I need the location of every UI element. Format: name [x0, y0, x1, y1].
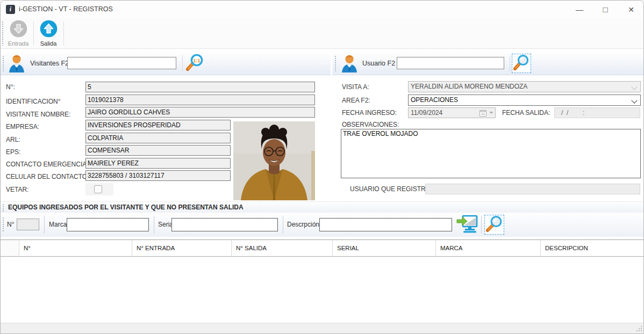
usuario-search-panel: Usuario F2 [332, 52, 644, 75]
area-combobox[interactable]: OPERACIONES [408, 95, 641, 106]
dropdown-arrow-icon [489, 112, 493, 114]
celular-contacto-field: 3228755803 / 3103127117 [85, 170, 231, 181]
visita-a-value: YERALDIN ALIDA MORENO MENDOZA [411, 83, 527, 90]
identificacion-label: IDENTIFICACION° [6, 96, 60, 107]
search-usuario-button[interactable] [512, 54, 531, 73]
visitantes-search-input[interactable] [67, 57, 176, 69]
agregar-equipo-button[interactable] [456, 215, 478, 235]
empresa-field: INVERSIONES PROSPERIDAD [85, 120, 231, 130]
toolstrip-grip[interactable] [334, 55, 337, 71]
entrada-label: Entrada [8, 40, 29, 47]
grid-col-salida[interactable]: N° SALIDA [232, 240, 333, 256]
grid-col-selector[interactable] [1, 240, 19, 256]
eps-field: COMPENSAR [85, 145, 231, 156]
grid-col-numero[interactable]: N° [19, 240, 132, 256]
vetar-checkbox[interactable] [94, 185, 102, 193]
celular-contacto-label: CELULAR DEL CONTACTO: [6, 171, 89, 182]
toolstrip-grip[interactable] [2, 204, 4, 212]
separator [283, 216, 283, 234]
eps-label: EPS: [6, 147, 20, 157]
arl-label: ARL: [6, 134, 20, 145]
fecha-ingreso-datepicker[interactable]: 11/09/2024 [408, 107, 496, 118]
equipo-descripcion-input[interactable] [319, 218, 452, 231]
separator [63, 21, 64, 45]
visitantes-search-panel: Visitantes F2 1:1 [1, 52, 331, 75]
arl-field: COLPATRIA [85, 133, 231, 143]
equipos-section-title: EQUIPOS INGRESADOS POR EL VISITANTE Y QU… [8, 202, 244, 213]
area-value: OPERACIONES [411, 96, 458, 104]
separator [44, 216, 45, 234]
grid-col-entrada[interactable]: N° ENTRADA [132, 240, 232, 256]
equipo-descripcion-label: Descrpción [287, 213, 319, 237]
separator [154, 216, 154, 234]
entrada-button[interactable]: Entrada [5, 20, 32, 47]
toolstrip-grip[interactable] [2, 217, 4, 233]
visitor-person-icon [7, 54, 26, 75]
separator [481, 216, 482, 234]
magnifier-icon [485, 215, 503, 234]
equipo-marca-label: Marca [49, 213, 67, 237]
chevron-down-icon [631, 97, 637, 103]
title-bar: i i-GESTION - VT - REGISTROS — □ ✕ [1, 1, 643, 19]
maximize-button[interactable]: □ [597, 1, 613, 18]
nombre-label: VISITANTE NOMBRE: [6, 109, 70, 120]
empresa-label: EMPRESA: [6, 121, 39, 132]
fecha-salida-field: / / : [554, 107, 640, 118]
visita-a-combobox[interactable]: YERALDIN ALIDA MORENO MENDOZA [408, 81, 641, 92]
identificacion-field: 1019021378 [85, 95, 315, 105]
area-label: AREA F2: [342, 95, 370, 106]
observaciones-label: OBSERVACIONES: [342, 119, 399, 130]
salida-button[interactable]: Salida [35, 20, 62, 47]
usuario-search-input[interactable] [397, 57, 504, 69]
resize-grip[interactable] [635, 325, 643, 334]
calendar-icon [480, 110, 486, 119]
fecha-ingreso-label: FECHA INGRESO: [342, 107, 397, 118]
status-bar [1, 323, 643, 334]
toolstrip-grip[interactable] [2, 21, 4, 46]
monitor-green-arrow-icon [456, 214, 478, 236]
grid-col-descripcion[interactable]: DESCRIPCION [541, 240, 644, 256]
numero-label: N°: [6, 82, 15, 92]
grid-col-serial[interactable]: SERIAL [333, 240, 436, 256]
visita-a-label: VISITA A: [342, 82, 369, 92]
chevron-down-icon [631, 84, 637, 90]
grid-col-marca[interactable]: MARCA [436, 240, 541, 256]
observaciones-textarea[interactable]: TRAE OVEROL MOJADO [341, 129, 641, 178]
contacto-emergencia-label: CONTACTO EMERGENCIA: [6, 159, 89, 170]
usuario-label: Usuario F2 [362, 52, 395, 75]
fecha-ingreso-value: 11/09/2024 [411, 109, 442, 117]
equipos-grid-body[interactable] [1, 257, 643, 323]
magnifier-icon [513, 54, 530, 72]
nombre-field: JAIRO GORDILLO CAHVES [85, 107, 315, 118]
equipo-numero-input[interactable] [17, 219, 39, 230]
close-button[interactable]: ✕ [623, 1, 639, 18]
separator [182, 55, 183, 71]
search-1to1-button[interactable]: 1:1 [184, 54, 206, 73]
window-title: i-GESTION - VT - REGISTROS [19, 1, 113, 18]
salida-label: Salida [40, 40, 57, 47]
svg-text:1:1: 1:1 [193, 58, 200, 63]
toolstrip-grip[interactable] [2, 55, 4, 71]
equipo-marca-input[interactable] [67, 218, 149, 231]
app-window: i i-GESTION - VT - REGISTROS — □ ✕ Entra… [0, 0, 644, 334]
magnifier-1to1-icon: 1:1 [185, 53, 205, 74]
main-toolbar: Entrada Salida [1, 18, 643, 49]
visitor-photo [233, 121, 315, 200]
separator [33, 21, 34, 45]
vetar-checkbox-panel [85, 183, 113, 195]
visitantes-label: Visitantes F2 [30, 52, 69, 75]
equipos-section-header: EQUIPOS INGRESADOS POR EL VISITANTE Y QU… [1, 201, 643, 213]
app-icon: i [6, 5, 15, 14]
equipos-toolbar: N° Marca Serial Descrpción [1, 213, 643, 237]
entrada-arrow-down-icon [10, 20, 27, 40]
salida-arrow-up-icon [40, 20, 58, 40]
fecha-salida-label: FECHA SALIDA: [502, 107, 550, 118]
equipo-numero-label: N° [7, 213, 14, 237]
vetar-label: VETAR: [6, 184, 28, 195]
usuario-registra-label: USUARIO QUE REGISTRA: [350, 184, 432, 194]
minimize-button[interactable]: — [571, 1, 588, 18]
numero-field: 5 [85, 82, 315, 92]
separator [510, 55, 510, 71]
equipo-serial-input[interactable] [171, 218, 278, 231]
buscar-equipo-button[interactable] [484, 215, 504, 235]
